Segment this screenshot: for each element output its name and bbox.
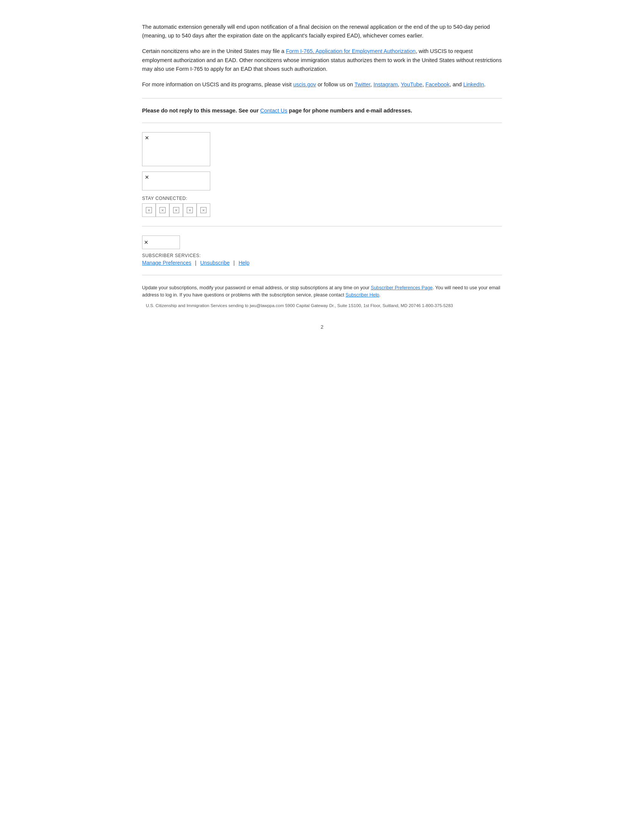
page: The automatic extension generally will e… bbox=[0, 0, 644, 833]
social-broken-icon-4: ✕ bbox=[187, 207, 193, 213]
divider-2 bbox=[142, 123, 502, 123]
contact-us-link[interactable]: Contact Us bbox=[260, 108, 288, 114]
youtube-link[interactable]: YouTube bbox=[401, 81, 422, 87]
facebook-link[interactable]: Facebook bbox=[425, 81, 450, 87]
unsubscribe-link[interactable]: Unsubscribe bbox=[200, 260, 230, 266]
divider-3 bbox=[142, 226, 502, 227]
broken-img-icon-1: ✕ bbox=[145, 135, 149, 141]
footer-section: ✕ SUBSCRIBER SERVICES: Manage Preference… bbox=[142, 235, 502, 309]
social-icons-row: ✕ ✕ ✕ ✕ ✕ bbox=[142, 203, 502, 217]
update-text-prefix: Update your subscriptions, modify your p… bbox=[142, 285, 371, 290]
update-text: Update your subscriptions, modify your p… bbox=[142, 285, 502, 299]
main-content: The automatic extension generally will e… bbox=[142, 23, 502, 330]
no-reply-section: Please do not reply to this message. See… bbox=[142, 108, 502, 114]
footer-logo-box: ✕ bbox=[142, 235, 180, 249]
subscriber-preferences-page-link[interactable]: Subscriber Preferences Page bbox=[371, 285, 433, 290]
footer-logo-broken-icon: ✕ bbox=[144, 239, 148, 245]
paragraph-3: For more information on USCIS and its pr… bbox=[142, 80, 502, 89]
manage-preferences-link[interactable]: Manage Preferences bbox=[142, 260, 191, 266]
form-i765-link[interactable]: Form I-765, Application for Employment A… bbox=[286, 48, 416, 54]
no-reply-suffix: page for phone numbers and e-mail addres… bbox=[288, 108, 412, 114]
uscis-gov-link[interactable]: uscis.gov bbox=[293, 81, 316, 87]
broken-img-icon-2: ✕ bbox=[145, 174, 149, 180]
subscriber-services-label: SUBSCRIBER SERVICES: bbox=[142, 253, 502, 258]
social-icon-4[interactable]: ✕ bbox=[183, 203, 196, 217]
social-broken-icon-2: ✕ bbox=[159, 207, 166, 213]
no-reply-prefix: Please do not reply to this message. See… bbox=[142, 108, 260, 114]
stay-connected-label: STAY CONNECTED: bbox=[142, 196, 502, 201]
paragraph-2-prefix: Certain noncitizens who are in the Unite… bbox=[142, 48, 286, 54]
social-icon-3[interactable]: ✕ bbox=[169, 203, 183, 217]
page-number: 2 bbox=[142, 324, 502, 330]
paragraph-3-mid: or follow us on bbox=[316, 81, 354, 87]
divider-1 bbox=[142, 98, 502, 98]
paragraph-3-prefix: For more information on USCIS and its pr… bbox=[142, 81, 293, 87]
update-text-end: . bbox=[379, 292, 380, 298]
subscriber-links: Manage Preferences | Unsubscribe | Help bbox=[142, 260, 502, 266]
separator-2: | bbox=[233, 260, 235, 266]
social-icon-5[interactable]: ✕ bbox=[196, 203, 210, 217]
separator-1: | bbox=[195, 260, 196, 266]
subscriber-help-link[interactable]: Subscriber Help bbox=[346, 292, 379, 298]
social-broken-icon-3: ✕ bbox=[173, 207, 179, 213]
social-icon-2[interactable]: ✕ bbox=[156, 203, 169, 217]
broken-image-1: ✕ bbox=[142, 132, 210, 166]
twitter-link[interactable]: Twitter bbox=[354, 81, 370, 87]
paragraph-1: The automatic extension generally will e… bbox=[142, 23, 502, 40]
divider-4 bbox=[142, 275, 502, 275]
paragraph-2: Certain noncitizens who are in the Unite… bbox=[142, 47, 502, 74]
instagram-link[interactable]: Instagram bbox=[374, 81, 398, 87]
linkedin-link[interactable]: LinkedIn bbox=[463, 81, 484, 87]
broken-image-2: ✕ bbox=[142, 172, 210, 190]
images-section: ✕ ✕ STAY CONNECTED: ✕ ✕ ✕ bbox=[142, 132, 502, 217]
social-broken-icon-1: ✕ bbox=[146, 207, 152, 213]
paragraph-3-end: , and bbox=[450, 81, 463, 87]
stay-connected-section: STAY CONNECTED: ✕ ✕ ✕ ✕ ✕ bbox=[142, 196, 502, 217]
social-icon-1[interactable]: ✕ bbox=[142, 203, 156, 217]
address-block: U.S. Citizenship and Immigration Service… bbox=[142, 302, 502, 309]
social-broken-icon-5: ✕ bbox=[200, 207, 206, 213]
paragraph-3-period: . bbox=[484, 81, 486, 87]
help-link[interactable]: Help bbox=[239, 260, 250, 266]
